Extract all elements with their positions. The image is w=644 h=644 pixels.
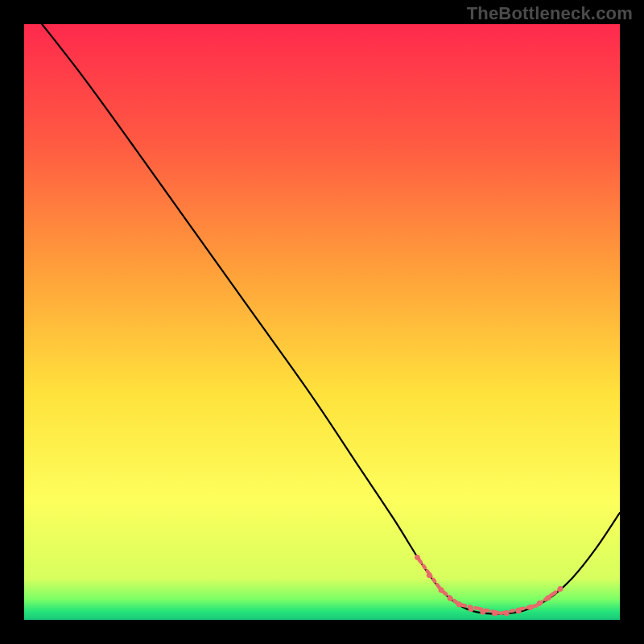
- watermark-label: TheBottleneck.com: [467, 3, 633, 24]
- svg-point-17: [546, 595, 551, 601]
- chart-svg: [24, 24, 620, 620]
- svg-point-9: [456, 601, 462, 607]
- svg-point-15: [528, 605, 534, 610]
- svg-point-16: [537, 601, 543, 606]
- svg-point-10: [469, 606, 474, 612]
- svg-point-8: [448, 596, 453, 601]
- svg-point-12: [492, 610, 497, 616]
- svg-point-13: [504, 610, 510, 616]
- chart-plot-area: [24, 24, 620, 620]
- svg-point-7: [439, 588, 444, 593]
- svg-point-6: [427, 572, 432, 578]
- svg-point-11: [480, 609, 485, 615]
- svg-point-18: [558, 586, 564, 592]
- svg-point-5: [415, 555, 420, 560]
- chart-frame: TheBottleneck.com: [0, 0, 644, 644]
- svg-point-14: [516, 609, 522, 614]
- gradient-background: [24, 24, 620, 620]
